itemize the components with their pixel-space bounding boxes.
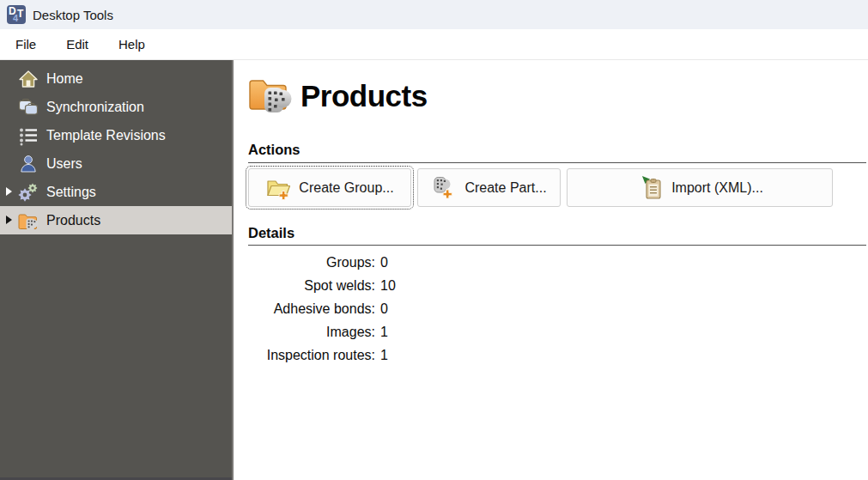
actions-heading: Actions bbox=[248, 142, 300, 158]
detail-value: 1 bbox=[380, 320, 388, 343]
detail-value: 0 bbox=[380, 251, 388, 274]
sidebar-item-template-revisions[interactable]: Template Revisions bbox=[0, 121, 232, 149]
import-xml-icon bbox=[636, 175, 664, 200]
create-part-button[interactable]: Create Part... bbox=[417, 168, 561, 207]
create-part-label: Create Part... bbox=[464, 180, 546, 196]
actions-divider bbox=[248, 162, 866, 163]
sidebar-item-label: Home bbox=[46, 71, 83, 87]
detail-label: Images: bbox=[248, 320, 375, 343]
page-header: Products bbox=[246, 73, 428, 119]
details-divider bbox=[248, 245, 866, 246]
detail-label: Inspection routes: bbox=[248, 343, 375, 367]
create-group-button[interactable]: Create Group... bbox=[248, 168, 411, 207]
create-group-icon bbox=[265, 175, 291, 200]
home-icon bbox=[17, 68, 39, 90]
detail-label: Adhesive bonds: bbox=[248, 297, 375, 320]
details-heading: Details bbox=[248, 225, 294, 241]
app-logo-icon: D T 4 bbox=[7, 5, 26, 24]
import-xml-label: Import (XML)... bbox=[671, 180, 763, 196]
menu-file[interactable]: File bbox=[4, 30, 47, 58]
sidebar-item-users[interactable]: Users bbox=[0, 149, 232, 178]
actions-buttons-row: Create Group... bbox=[248, 168, 833, 207]
app-logo-digit-4: 4 bbox=[13, 13, 18, 24]
main-content: Products Actions Create Group... bbox=[234, 60, 868, 480]
create-group-label: Create Group... bbox=[299, 180, 393, 196]
detail-row-inspection-routes: Inspection routes: 1 bbox=[248, 343, 396, 367]
sidebar: Home Synchronization bbox=[0, 60, 234, 480]
users-icon bbox=[17, 153, 39, 175]
sidebar-item-home[interactable]: Home bbox=[0, 64, 232, 93]
sidebar-item-settings[interactable]: Settings bbox=[0, 178, 232, 206]
sidebar-item-label: Users bbox=[46, 156, 82, 172]
template-revisions-icon bbox=[17, 125, 39, 147]
products-folder-icon bbox=[17, 210, 39, 232]
detail-row-images: Images: 1 bbox=[248, 320, 396, 343]
menu-help[interactable]: Help bbox=[107, 30, 156, 58]
create-part-icon bbox=[431, 175, 457, 200]
sidebar-item-label: Template Revisions bbox=[46, 128, 166, 143]
sync-icon bbox=[17, 96, 39, 118]
detail-row-groups: Groups: 0 bbox=[248, 251, 396, 274]
sidebar-item-label: Settings bbox=[46, 185, 96, 200]
titlebar: D T 4 Desktop Tools bbox=[0, 0, 868, 29]
detail-row-spot-welds: Spot welds: 10 bbox=[248, 274, 396, 297]
detail-label: Groups: bbox=[248, 251, 375, 274]
menubar: File Edit Help bbox=[0, 29, 868, 60]
sidebar-item-label: Products bbox=[46, 213, 100, 228]
page-title: Products bbox=[300, 79, 428, 113]
detail-row-adhesive-bonds: Adhesive bonds: 0 bbox=[248, 297, 396, 320]
expand-arrow-icon[interactable] bbox=[6, 187, 12, 196]
detail-value: 10 bbox=[380, 274, 396, 297]
sidebar-item-label: Synchronization bbox=[46, 100, 144, 115]
import-xml-button[interactable]: Import (XML)... bbox=[567, 168, 833, 207]
menu-edit[interactable]: Edit bbox=[55, 30, 100, 58]
detail-value: 0 bbox=[380, 297, 388, 320]
expand-arrow-icon[interactable] bbox=[6, 216, 12, 224]
window-title: Desktop Tools bbox=[33, 8, 113, 22]
sidebar-item-products[interactable]: Products bbox=[0, 206, 232, 234]
app-window: D T 4 Desktop Tools File Edit Help Home bbox=[0, 0, 868, 480]
products-folder-large-icon bbox=[246, 73, 293, 119]
detail-value: 1 bbox=[380, 343, 388, 367]
details-list: Groups: 0 Spot welds: 10 Adhesive bonds:… bbox=[248, 251, 396, 367]
sidebar-item-synchronization[interactable]: Synchronization bbox=[0, 93, 232, 121]
detail-label: Spot welds: bbox=[248, 274, 375, 297]
settings-gears-icon bbox=[17, 181, 39, 204]
